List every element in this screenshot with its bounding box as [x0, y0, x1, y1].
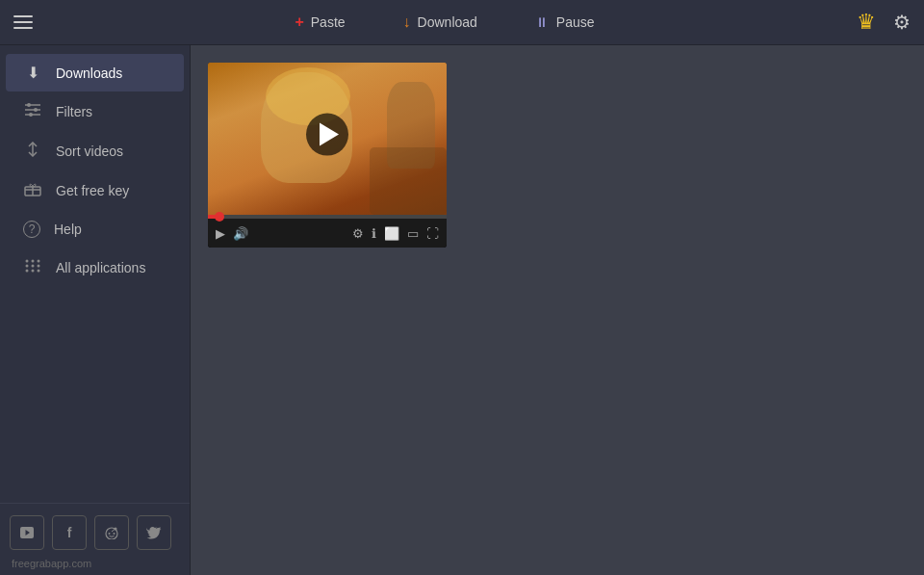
progress-dot: [215, 212, 224, 222]
video-thumbnail: [208, 63, 447, 215]
plus-icon: +: [295, 13, 303, 31]
theater-icon[interactable]: ▭: [407, 226, 419, 241]
pip-icon[interactable]: ⬜: [384, 226, 399, 241]
svg-point-12: [38, 260, 40, 263]
twitter-button[interactable]: [137, 515, 171, 550]
help-icon: ?: [23, 221, 40, 238]
reddit-button[interactable]: [94, 515, 129, 550]
svg-point-13: [26, 265, 29, 268]
svg-point-16: [26, 270, 29, 273]
download-button[interactable]: ↓ Download: [403, 13, 477, 31]
sidebar-item-sort-videos[interactable]: Sort videos: [6, 132, 184, 170]
svg-line-25: [112, 530, 115, 533]
volume-icon[interactable]: 🔊: [233, 226, 248, 241]
info-icon[interactable]: ℹ: [372, 226, 376, 241]
svg-point-14: [32, 265, 35, 268]
svg-point-11: [32, 260, 35, 263]
sidebar-label-free-key: Get free key: [56, 183, 129, 198]
svg-point-4: [34, 108, 38, 112]
sidebar-label-filters: Filters: [56, 104, 92, 119]
video-controls: ▶ 🔊 ⚙ ℹ ⬜ ▭ ⛶: [208, 219, 447, 248]
svg-point-17: [32, 270, 35, 273]
filters-icon: [23, 102, 42, 121]
downloads-icon: ⬇: [23, 64, 42, 82]
svg-point-3: [27, 103, 31, 107]
sidebar-footer: f freeg: [0, 503, 190, 575]
svg-point-23: [114, 533, 116, 535]
sidebar-item-filters[interactable]: Filters: [6, 92, 184, 131]
hamburger-icon: [13, 15, 33, 29]
facebook-button[interactable]: f: [52, 515, 87, 550]
sort-icon: [23, 142, 42, 161]
play-button[interactable]: [306, 114, 348, 156]
pause-button[interactable]: ⏸ Pause: [535, 14, 595, 30]
download-label: Download: [418, 14, 477, 30]
sidebar-label-downloads: Downloads: [56, 65, 122, 81]
social-icons: f: [10, 515, 180, 550]
fullscreen-icon[interactable]: ⛶: [426, 226, 439, 241]
topbar: + Paste ↓ Download ⏸ Pause ♛ ⚙: [0, 0, 924, 45]
sidebar-label-help: Help: [54, 222, 82, 237]
settings-control-icon[interactable]: ⚙: [352, 226, 364, 241]
sidebar-item-downloads[interactable]: ⬇ Downloads: [6, 54, 184, 91]
video-card[interactable]: ▶ 🔊 ⚙ ℹ ⬜ ▭ ⛶: [208, 63, 447, 248]
sidebar-item-get-free-key[interactable]: Get free key: [6, 171, 184, 210]
sidebar-item-all-applications[interactable]: All applications: [6, 248, 184, 287]
facebook-icon: f: [67, 525, 72, 540]
svg-point-10: [26, 260, 29, 263]
svg-point-5: [29, 113, 33, 117]
svg-point-18: [38, 270, 40, 273]
apps-icon: [23, 258, 42, 277]
download-arrow-icon: ↓: [403, 13, 411, 31]
paste-label: Paste: [311, 14, 346, 30]
youtube-button[interactable]: [10, 515, 44, 550]
gift-icon: [23, 181, 42, 200]
content-area: ▶ 🔊 ⚙ ℹ ⬜ ▭ ⛶: [191, 45, 924, 575]
sidebar-item-help[interactable]: ? Help: [6, 211, 184, 248]
pause-label: Pause: [556, 14, 595, 30]
sidebar-label-all-apps: All applications: [56, 260, 145, 275]
pause-icon: ⏸: [535, 14, 550, 30]
play-triangle-icon: [320, 123, 339, 146]
progress-bar: [208, 215, 447, 219]
settings-icon[interactable]: ⚙: [893, 11, 911, 34]
svg-point-15: [38, 265, 40, 268]
sidebar: ⬇ Downloads Filters: [0, 45, 191, 575]
website-link[interactable]: freegrabapp.com: [10, 558, 180, 569]
main-area: ⬇ Downloads Filters: [0, 45, 924, 575]
sidebar-nav: ⬇ Downloads Filters: [0, 45, 190, 503]
crown-icon[interactable]: ♛: [857, 10, 876, 35]
menu-button[interactable]: [13, 15, 33, 29]
svg-point-22: [109, 533, 111, 535]
paste-button[interactable]: + Paste: [295, 13, 345, 31]
sidebar-label-sort: Sort videos: [56, 144, 123, 159]
play-control-icon[interactable]: ▶: [216, 226, 225, 241]
